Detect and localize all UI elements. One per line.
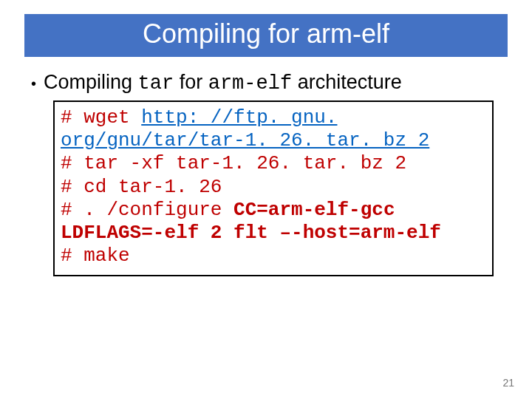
code-box: # wget http: //ftp. gnu. org/gnu/tar/tar… <box>53 100 494 276</box>
bullet-pre: Compiling <box>44 71 138 93</box>
code-line-5: # make <box>61 245 486 267</box>
bullet-text: Compiling tar for arm-elf architecture <box>44 71 402 95</box>
code-line-1: # wget http: //ftp. gnu. org/gnu/tar/tar… <box>61 106 486 152</box>
code-l1a: # wget <box>61 106 141 129</box>
code-l4a: # . /configure <box>61 199 233 221</box>
bullet-code1: tar <box>138 72 174 95</box>
title-box: Compiling for arm-elf <box>24 13 508 58</box>
bullet-code2: arm-elf <box>208 72 292 95</box>
bullet-post: architecture <box>292 71 402 93</box>
bullet-dot: • <box>31 75 36 92</box>
code-line-3: # cd tar-1. 26 <box>61 176 486 199</box>
slide-title: Compiling for arm-elf <box>32 18 500 50</box>
bullet-row: • Compiling tar for arm-elf architecture <box>31 71 514 95</box>
code-line-2: # tar -xf tar-1. 26. tar. bz 2 <box>61 152 486 175</box>
code-line-4: # . /configure CC=arm-elf-gcc LDFLAGS=-e… <box>61 199 486 245</box>
bullet-mid: for <box>174 71 208 93</box>
slide: Compiling for arm-elf • Compiling tar fo… <box>0 0 532 399</box>
page-number: 21 <box>502 377 514 389</box>
